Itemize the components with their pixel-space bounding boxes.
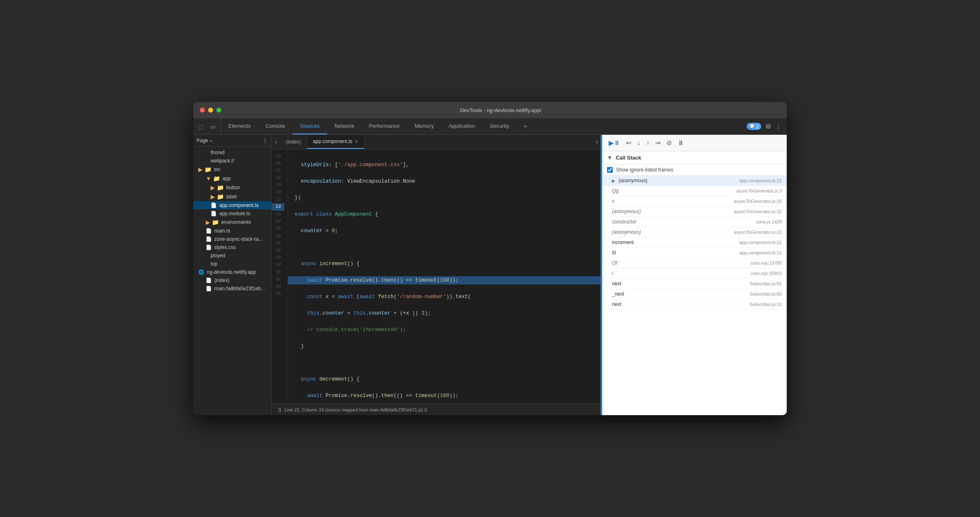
- cursor-icon[interactable]: ⬚: [197, 122, 205, 132]
- sidebar-item-environments[interactable]: ▶ 📁 environments: [193, 218, 271, 227]
- frame-loc-11: Subscriber.js:60: [750, 291, 782, 296]
- frame-name-2: s: [612, 198, 734, 204]
- tab-bar-right-controls: 💬 1 ⚙ ⋮: [742, 118, 787, 134]
- code-editor[interactable]: 15 16 17 18 19 20 21 22 23 24 25 26 27 2…: [272, 149, 601, 404]
- editor-nav-right-icon[interactable]: ›: [593, 138, 601, 146]
- sidebar-item-zone[interactable]: 📄 zone-async-stack-ta…: [193, 235, 271, 243]
- maximize-button[interactable]: [216, 108, 221, 113]
- folder-icon: ▶ 📁: [198, 166, 211, 173]
- sidebar-item-thored[interactable]: thored: [193, 148, 271, 157]
- step-button[interactable]: ⇒: [654, 137, 662, 148]
- line-num-30: 30: [272, 261, 284, 269]
- close-button[interactable]: [200, 108, 205, 113]
- line-num-17: 17: [272, 167, 284, 174]
- code-line-22: await Promise.resolve().then(() => timeo…: [288, 276, 601, 284]
- file-icon: 📄: [206, 244, 212, 250]
- stack-frame-11[interactable]: _next Subscriber.js:60: [602, 289, 787, 299]
- sidebar-item-src[interactable]: ▶ 📁 src: [193, 165, 271, 174]
- line-num-22: 22: [272, 203, 284, 211]
- sidebar-file-tree: thored webpack:// ▶ 📁 src ▼ 📁 app: [193, 147, 271, 294]
- sidebar-item-app-component-ts[interactable]: 📄 app.component.ts: [193, 201, 271, 209]
- stack-frame-8[interactable]: Of core.mjs:15780: [602, 258, 787, 268]
- sidebar-item-styles-css[interactable]: 📄 styles.css: [193, 243, 271, 251]
- tab-performance[interactable]: Performance: [361, 118, 407, 134]
- step-over-button[interactable]: ↩: [624, 137, 633, 148]
- frame-loc-0: app.component.ts:22: [739, 178, 782, 183]
- item-label: main.fa8bfa0e23f1eb…: [214, 286, 266, 291]
- sidebar-title: Page: [197, 138, 208, 143]
- file-icon: 📄: [206, 277, 212, 283]
- tab-network[interactable]: Network: [327, 118, 362, 134]
- minimize-button[interactable]: [208, 108, 213, 113]
- tab-console[interactable]: Console: [258, 118, 293, 134]
- item-label: webpack://: [211, 158, 234, 164]
- stack-frame-5[interactable]: (anonymous) asyncToGenerator.js:21: [602, 227, 787, 237]
- device-icon[interactable]: ▭: [209, 122, 217, 132]
- tab-security[interactable]: Security: [482, 118, 516, 134]
- file-icon: 📄: [206, 228, 212, 234]
- stack-frame-9[interactable]: i core.mjs:15815: [602, 268, 787, 279]
- code-line-28: async decrement() {: [295, 375, 601, 383]
- more-options-icon[interactable]: ⋮: [775, 122, 782, 130]
- sidebar-item-top[interactable]: top: [193, 260, 271, 268]
- resume-button[interactable]: ▶⏸: [607, 137, 622, 148]
- item-label: app.module.ts: [219, 211, 250, 216]
- item-label: thored: [211, 150, 225, 155]
- stack-frame-3[interactable]: (anonymous) asyncToGenerator.js:32: [602, 207, 787, 217]
- stack-frame-6[interactable]: increment app.component.ts:21: [602, 237, 787, 248]
- sidebar-item-webpack[interactable]: webpack://: [193, 157, 271, 165]
- sidebar-item-main-ts[interactable]: 📄 main.ts: [193, 227, 271, 235]
- item-label: src: [214, 167, 220, 172]
- sidebar-header: Page » ⋮: [193, 135, 271, 147]
- sidebar-item-ployed[interactable]: ployed: [193, 251, 271, 260]
- tab-application[interactable]: Application: [441, 118, 483, 134]
- stack-frame-2[interactable]: s asyncToGenerator.js:25: [602, 196, 787, 207]
- show-ignore-checkbox[interactable]: [607, 167, 613, 173]
- sidebar-item-index[interactable]: 📄 (index): [193, 276, 271, 284]
- tab-sources[interactable]: Sources: [293, 118, 327, 134]
- editor-tab-index[interactable]: (index): [280, 135, 307, 149]
- item-label: button: [226, 185, 240, 190]
- settings-icon[interactable]: ⚙: [765, 122, 771, 130]
- code-lines: styleUrls: ['./app.component.css'], enca…: [288, 149, 601, 404]
- item-label: label: [226, 194, 237, 200]
- deactivate-button[interactable]: ⊘: [665, 137, 673, 148]
- pause-exceptions-button[interactable]: ⏸: [676, 138, 686, 148]
- stack-frame-12[interactable]: next Subscriber.js:31: [602, 299, 787, 310]
- code-line-16: encapsulation: ViewEncapsulation.None: [295, 177, 601, 186]
- show-ignore-label: Show ignore-listed frames: [616, 167, 673, 173]
- line-num-21: 21: [272, 196, 284, 204]
- folder-icon: ▶ 📁: [206, 219, 219, 226]
- sidebar-more-icon[interactable]: ⋮: [262, 137, 268, 144]
- line-num-16: 16: [272, 160, 284, 167]
- tab-memory[interactable]: Memory: [407, 118, 441, 134]
- tab-close-icon[interactable]: ×: [355, 138, 358, 145]
- sidebar-item-ng-devtools[interactable]: 🌐 ng-devtools.netlify.app: [193, 268, 271, 276]
- step-into-button[interactable]: ↓: [635, 138, 642, 148]
- active-frame-arrow-icon: ▶: [612, 179, 615, 183]
- item-label: environments: [221, 219, 251, 225]
- sidebar-item-app-module-ts[interactable]: 📄 app.module.ts: [193, 209, 271, 218]
- stack-frame-1[interactable]: Qg asyncToGenerator.js:3: [602, 186, 787, 196]
- editor-area: ‹ (index) app.component.ts × › 15 16 17 …: [272, 135, 601, 415]
- code-line-25: // console.trace('incremented');: [295, 326, 601, 334]
- line-num-34: 34: [272, 290, 284, 298]
- console-badge[interactable]: 💬 1: [747, 123, 761, 130]
- editor-tab-app-component[interactable]: app.component.ts ×: [307, 135, 364, 149]
- sidebar-chevron-icon[interactable]: »: [210, 139, 212, 143]
- sidebar-item-button[interactable]: ▶ 📁 button: [193, 183, 271, 192]
- stack-frame-4[interactable]: constructor zone.js:1429: [602, 217, 787, 227]
- nav-back-icon[interactable]: ‹: [272, 139, 280, 145]
- stack-frame-0[interactable]: ▶ (anonymous) app.component.ts:22: [602, 176, 787, 186]
- stack-frame-10[interactable]: next Subscriber.js:91: [602, 279, 787, 289]
- step-out-button[interactable]: ↑: [645, 138, 651, 148]
- sidebar-item-main-bundle[interactable]: 📄 main.fa8bfa0e23f1eb…: [193, 284, 271, 293]
- sidebar-item-app[interactable]: ▼ 📁 app: [193, 174, 271, 183]
- line-num-15: 15: [272, 153, 284, 160]
- sidebar-item-label[interactable]: ▶ 📁 label: [193, 192, 271, 201]
- call-stack-header[interactable]: ▼ Call Stack: [602, 151, 787, 164]
- frame-loc-2: asyncToGenerator.js:25: [734, 199, 782, 204]
- stack-frame-7[interactable]: i0 app.component.ts:13: [602, 248, 787, 258]
- tab-elements[interactable]: Elements: [221, 118, 258, 134]
- tab-more[interactable]: »: [516, 118, 534, 134]
